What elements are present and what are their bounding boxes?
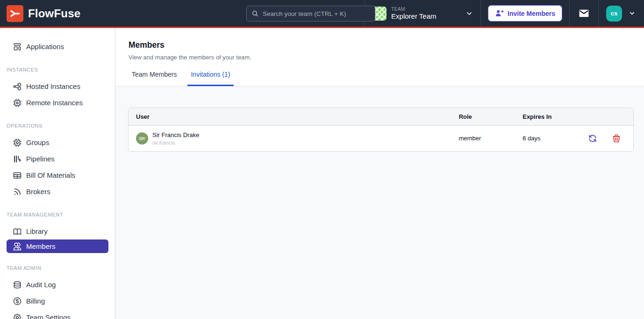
sidebar-item-label: Library	[26, 227, 48, 235]
user-menu[interactable]: cs	[598, 0, 644, 27]
invite-members-cell: Invite Members	[480, 0, 569, 27]
delete-invite-button[interactable]	[612, 134, 621, 143]
sidebar-item-bill-of-materials[interactable]: Bill Of Materials	[0, 167, 115, 183]
bill-of-materials-icon	[13, 171, 22, 180]
team-selector[interactable]: TEAM: Explorer Team	[365, 0, 480, 27]
tab-bar: Team Members Invitations (1)	[129, 71, 644, 86]
invitee-role: member	[451, 126, 515, 151]
tab-team-members[interactable]: Team Members	[129, 71, 180, 86]
sidebar: Applications INSTANCES Hosted Instances	[0, 28, 115, 319]
sidebar-item-library[interactable]: Library	[0, 223, 115, 239]
sidebar-item-billing[interactable]: Billing	[0, 293, 115, 309]
invite-expires-in: 6 days	[515, 126, 580, 151]
invite-members-label: Invite Members	[508, 10, 555, 17]
search-input[interactable]	[263, 10, 370, 17]
sidebar-item-label: Remote Instances	[26, 99, 83, 107]
flowfuse-logo[interactable]: FlowFuse	[0, 5, 80, 22]
sidebar-item-team-settings[interactable]: Team Settings	[0, 309, 115, 319]
sidebar-item-label: Brokers	[26, 188, 50, 196]
billing-icon	[13, 297, 22, 306]
column-header-user: User	[129, 108, 451, 126]
sidebar-item-remote-instances[interactable]: Remote Instances	[0, 94, 115, 111]
user-avatar: cs	[606, 6, 622, 22]
search-icon	[251, 10, 259, 17]
sidebar-item-audit-log[interactable]: Audit Log	[0, 276, 115, 293]
sidebar-item-hosted-instances[interactable]: Hosted Instances	[0, 78, 115, 94]
sidebar-item-label: Pipelines	[26, 155, 55, 163]
chevron-down-icon	[465, 10, 473, 17]
flowfuse-logo-icon	[7, 5, 23, 22]
pipelines-icon	[13, 154, 22, 164]
sidebar-item-label: Hosted Instances	[26, 82, 80, 90]
invitations-panel: User Role Expires In qw	[115, 87, 644, 319]
notifications-cell[interactable]	[569, 0, 598, 27]
main-content: Members View and manage the members of y…	[115, 28, 644, 319]
sidebar-section-operations: OPERATIONS	[7, 123, 115, 129]
invitee-name: Sir Francis Drake	[152, 131, 199, 139]
sidebar-section-instances: INSTANCES	[7, 67, 115, 72]
sidebar-item-applications[interactable]: Applications	[0, 38, 115, 55]
team-search[interactable]	[246, 6, 375, 22]
sidebar-item-groups[interactable]: Groups	[0, 134, 115, 151]
trash-icon	[612, 134, 621, 143]
sidebar-item-brokers[interactable]: Brokers	[0, 183, 115, 200]
hosted-instances-icon	[13, 82, 22, 91]
sidebar-item-members[interactable]: Members	[7, 239, 108, 253]
applications-icon	[13, 42, 22, 51]
members-icon	[13, 242, 22, 251]
chevron-down-icon	[629, 10, 636, 17]
tab-invitations[interactable]: Invitations (1)	[187, 71, 233, 86]
audit-log-icon	[13, 280, 22, 290]
table-header-row: User Role Expires In	[129, 108, 633, 126]
page-header: Members View and manage the members of y…	[115, 28, 644, 87]
column-header-role: Role	[451, 108, 515, 126]
library-icon	[13, 227, 22, 236]
sidebar-item-label: Groups	[26, 138, 49, 146]
sidebar-item-label: Members	[26, 242, 56, 250]
column-header-actions	[580, 108, 633, 126]
column-header-expires-in: Expires In	[515, 108, 580, 126]
sidebar-section-team-admin: TEAM ADMIN	[7, 265, 115, 271]
top-navbar: FlowFuse TEAM: Explorer Team	[0, 0, 644, 28]
sidebar-item-label: Billing	[26, 297, 45, 305]
user-add-icon	[495, 9, 504, 18]
team-settings-icon	[13, 313, 22, 319]
page-title: Members	[129, 40, 644, 50]
sidebar-item-pipelines[interactable]: Pipelines	[0, 151, 115, 167]
navbar-right-cluster: TEAM: Explorer Team Invite Members	[365, 0, 644, 27]
sidebar-section-team-management: TEAM MANAGEMENT	[7, 212, 115, 218]
brokers-icon	[13, 187, 22, 196]
remote-instances-icon	[13, 98, 22, 108]
invitations-table: User Role Expires In qw	[128, 108, 634, 152]
sidebar-item-label: Bill Of Materials	[26, 171, 75, 179]
avatar: qw	[136, 132, 148, 145]
refresh-icon	[588, 134, 597, 143]
team-name: Explorer Team	[391, 12, 436, 20]
mail-icon	[578, 7, 590, 19]
invitation-row: qw Sir Francis Drake sir.francis member …	[129, 126, 633, 151]
page-subtitle: View and manage the members of your team…	[129, 54, 644, 61]
invitee-username: sir.francis	[152, 140, 199, 145]
brand-name: FlowFuse	[28, 7, 80, 20]
resend-invite-button[interactable]	[588, 134, 597, 143]
sidebar-item-label: Team Settings	[26, 313, 71, 319]
sidebar-item-label: Audit Log	[26, 281, 56, 289]
groups-icon	[13, 138, 22, 147]
invite-members-button[interactable]: Invite Members	[488, 5, 562, 22]
team-label: TEAM:	[391, 7, 436, 12]
sidebar-item-label: Applications	[26, 43, 64, 51]
